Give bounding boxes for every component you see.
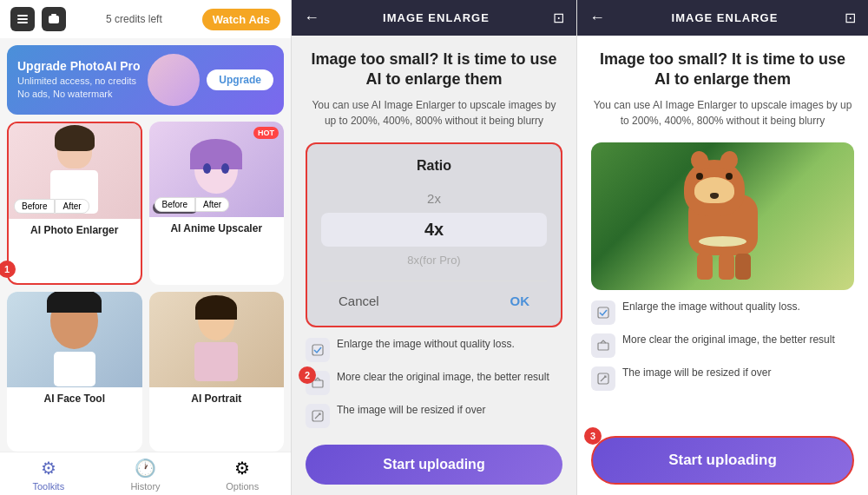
- svg-rect-9: [598, 307, 608, 318]
- nav-options[interactable]: ⚙ Options: [194, 458, 291, 492]
- toolkits-icon: ⚙: [41, 458, 56, 478]
- crop-icon[interactable]: ⊡: [553, 10, 564, 26]
- panel2-back-btn[interactable]: ←: [304, 9, 319, 27]
- ratio-ok-btn[interactable]: OK: [493, 290, 548, 312]
- panel3-crop-icon[interactable]: ⊡: [845, 10, 856, 26]
- nav-history[interactable]: 🕐 History: [97, 458, 194, 492]
- person-head: [57, 129, 92, 168]
- ratio-title: Ratio: [321, 158, 547, 174]
- anime-eye-left: [203, 163, 211, 174]
- menu-icon[interactable]: [10, 7, 35, 31]
- watch-ads-button[interactable]: Watch Ads: [202, 9, 280, 30]
- svg-rect-6: [312, 345, 323, 355]
- anime-head: [194, 146, 238, 194]
- panel2-title: IMAGE ENLARGE: [383, 11, 490, 24]
- camera-icon[interactable]: [42, 7, 66, 31]
- anime-eye-right: [221, 163, 229, 174]
- dog-head: [684, 160, 745, 216]
- dog-leg-fr: [719, 254, 734, 280]
- ratio-option-4x[interactable]: 4x: [321, 213, 547, 247]
- face-hair: [47, 292, 102, 313]
- svg-rect-0: [17, 15, 28, 16]
- feature-icon-quality: [306, 338, 330, 362]
- tools-grid: 1 Before After AI Photo Enlarger: [0, 122, 291, 452]
- upgrade-text: Upgrade PhotoAI Pro Unlimited access, no…: [17, 59, 141, 102]
- panel2-desc: You can use AI Image Enlarger to upscale…: [306, 97, 562, 129]
- panel2-heading: Image too small? It is time to use AI to…: [306, 50, 562, 90]
- credits-text: 5 credits left: [106, 13, 162, 25]
- panel3-feature-icon-2: [591, 333, 615, 358]
- svg-rect-7: [312, 380, 323, 387]
- svg-rect-5: [51, 14, 56, 16]
- face-skin: [50, 293, 98, 349]
- panel2-start-upload-btn[interactable]: Start uploading: [306, 445, 562, 485]
- tool-card-image-portrait: [149, 292, 285, 387]
- tool-card-photo-enlarger[interactable]: Before After AI Photo Enlarger: [7, 122, 142, 285]
- panel3-start-upload-btn[interactable]: Start uploading: [591, 436, 854, 485]
- feature-item-2: More clear the original image, the bette…: [306, 371, 562, 395]
- panel3-feature-text-1: Enlarge the image without quality loss.: [622, 300, 800, 313]
- dog-body: [671, 160, 775, 273]
- panel3-header: ← IMAGE ENLARGE ⊡: [577, 0, 868, 36]
- svg-rect-1: [17, 18, 28, 20]
- face-label: AI Face Tool: [7, 387, 142, 412]
- before-after: Before After: [14, 199, 89, 214]
- before-btn[interactable]: Before: [14, 199, 55, 214]
- feature-text-3: The image will be resized if over: [337, 404, 485, 416]
- person-hair: [55, 125, 95, 151]
- portrait-label: AI Portrait: [149, 387, 285, 412]
- after-btn-anime[interactable]: After: [195, 197, 229, 212]
- tool-card-image-anime: HOT +100% Up Before After: [149, 122, 285, 217]
- tool-card-portrait[interactable]: AI Portrait: [149, 292, 285, 452]
- toolkits-label: Toolkits: [32, 481, 64, 492]
- bottom-nav: ⚙ Toolkits 🕐 History ⚙ Options: [0, 452, 291, 495]
- history-label: History: [130, 481, 160, 492]
- tool-card-anime-upscaler[interactable]: HOT +100% Up Before After AI Anime Upsca…: [149, 122, 285, 285]
- dog-image: [591, 142, 854, 290]
- face-body: [54, 352, 95, 386]
- panel3-feature-item-1: Enlarge the image without quality loss.: [591, 300, 854, 325]
- ratio-cancel-btn[interactable]: Cancel: [321, 290, 397, 312]
- panel3-desc: You can use AI Image Enlarger to upscale…: [591, 97, 854, 129]
- nav-toolkits[interactable]: ⚙ Toolkits: [0, 458, 97, 492]
- panel3-heading: Image too small? It is time to use AI to…: [591, 50, 854, 90]
- feature-list: Enlarge the image without quality loss. …: [306, 338, 562, 428]
- woman-body: [194, 342, 238, 381]
- dog-nose: [710, 193, 719, 199]
- badge-2: 2: [299, 366, 316, 384]
- dog-leg-fl: [697, 254, 713, 280]
- feature-icon-resize: [306, 404, 330, 428]
- history-icon: 🕐: [135, 458, 156, 478]
- panel3-feature-list: Enlarge the image without quality loss. …: [591, 300, 854, 391]
- feature-item-3: The image will be resized if over: [306, 404, 562, 428]
- header-icons: [10, 7, 66, 31]
- woman-hair: [195, 295, 237, 320]
- after-btn[interactable]: After: [55, 199, 89, 214]
- options-label: Options: [226, 481, 259, 492]
- badge-3: 3: [584, 427, 602, 445]
- panel3-feature-text-3: The image will be resized if over: [622, 366, 771, 379]
- panel3-title: IMAGE ENLARGE: [672, 11, 779, 24]
- ratio-modal: Ratio 2x 4x 8x(for Pro) Cancel OK: [306, 142, 562, 327]
- upgrade-banner: Upgrade PhotoAI Pro Unlimited access, no…: [7, 45, 284, 115]
- panel3-feature-item-3: The image will be resized if over: [591, 366, 854, 391]
- upgrade-button[interactable]: Upgrade: [207, 69, 273, 90]
- dog-ear-left: [688, 149, 710, 172]
- feature-text-1: Enlarge the image without quality loss.: [337, 338, 515, 350]
- ratio-option-2x[interactable]: 2x: [321, 184, 547, 213]
- tool-card-image-face: [7, 292, 142, 387]
- upgrade-title: Upgrade PhotoAI Pro: [17, 59, 141, 73]
- ratio-actions: Cancel OK: [321, 280, 547, 312]
- ratio-option-8x[interactable]: 8x(for Pro): [321, 247, 547, 274]
- anime-hair: [190, 139, 242, 169]
- panel3-back-btn[interactable]: ←: [589, 9, 605, 27]
- woman-figure: [194, 299, 238, 381]
- hot-badge-anime: HOT: [253, 127, 279, 139]
- tool-card-face[interactable]: AI Face Tool: [7, 292, 142, 452]
- panel2-content: Image too small? It is time to use AI to…: [292, 36, 576, 438]
- dog-leg-bl: [735, 254, 751, 280]
- before-btn-anime[interactable]: Before: [155, 197, 195, 212]
- dog-chest: [699, 236, 746, 247]
- tool-card-image-photo: Before After: [9, 123, 141, 219]
- feature-text-2: More clear the original image, the bette…: [337, 371, 549, 383]
